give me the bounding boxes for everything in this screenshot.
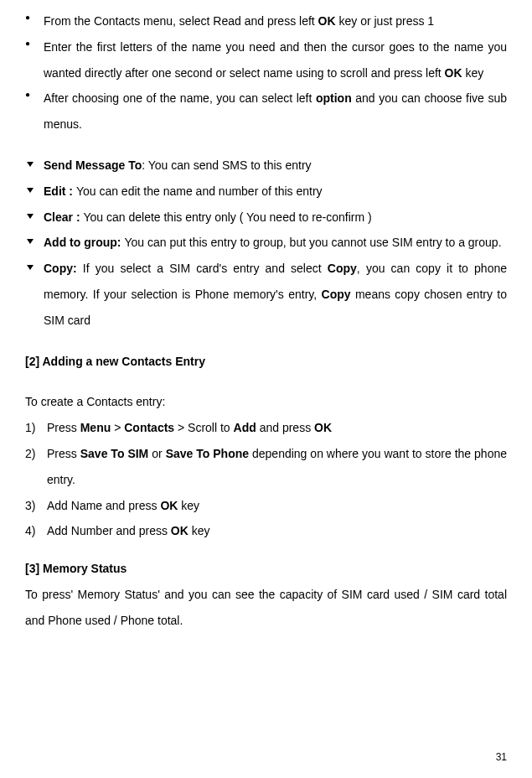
arrow-item: Send Message To: You can send SMS to thi… [25, 153, 507, 179]
text: Press [47, 421, 80, 434]
step-number: 3) [25, 493, 35, 519]
text: From the Contacts menu, select Read and … [44, 14, 318, 28]
step-number: 4) [25, 518, 35, 544]
bold-text: Edit : [44, 184, 76, 198]
text: : You can send SMS to this entry [142, 158, 311, 172]
step-item: 2) Press Save To SIM or Save To Phone de… [25, 441, 507, 493]
bold-text: Clear : [44, 210, 83, 224]
arrow-item: Edit : You can edit the name and number … [25, 179, 507, 205]
submenu-list: Send Message To: You can send SMS to thi… [25, 153, 507, 334]
text: key or just press 1 [336, 14, 435, 28]
bold-text: Copy [322, 288, 351, 301]
bold-text: Contacts [124, 421, 174, 434]
text: You can edit the name and number of this… [76, 184, 323, 198]
text: > Scroll to [174, 421, 233, 434]
bold-text: Save To SIM [80, 447, 149, 460]
step-item: 4) Add Number and press OK key [25, 518, 507, 544]
text: Press [47, 447, 80, 460]
add-contact-steps: 1) Press Menu > Contacts > Scroll to Add… [25, 415, 507, 544]
bold-text: OK [160, 499, 178, 512]
text: Enter the first letters of the name you … [44, 40, 507, 80]
bold-text: option [316, 91, 352, 105]
bold-text: Send Message To [44, 158, 142, 172]
arrow-item: Add to group: You can put this entry to … [25, 230, 507, 256]
text: or [148, 447, 165, 460]
bullet-item: After choosing one of the name, you can … [25, 86, 507, 137]
bold-text: Copy: [44, 262, 83, 275]
bold-text: OK [171, 524, 189, 537]
text: Add Name and press [47, 499, 160, 512]
bold-text: Add [234, 421, 256, 434]
contacts-read-list: From the Contacts menu, select Read and … [25, 8, 507, 137]
arrow-item: Copy: If you select a SIM card's entry a… [25, 256, 507, 333]
section-2-intro: To create a Contacts entry: [25, 389, 507, 415]
text: You can put this entry to group, but you… [124, 236, 501, 249]
bullet-item: From the Contacts menu, select Read and … [25, 8, 507, 34]
text: key [462, 66, 484, 80]
text: key [189, 524, 210, 537]
section-3-heading: [3] Memory Status [25, 556, 507, 582]
text: If you select a SIM card's entry and sel… [83, 262, 328, 275]
bold-text: Add to group: [44, 236, 124, 249]
bold-text: OK [318, 14, 336, 28]
bullet-item: Enter the first letters of the name you … [25, 34, 507, 86]
bold-text: Save To Phone [166, 447, 249, 460]
step-item: 3) Add Name and press OK key [25, 493, 507, 519]
text: > [111, 421, 124, 434]
bold-text: OK [314, 421, 332, 434]
text: and press [256, 421, 314, 434]
section-3-body: To press' Memory Status' and you can see… [25, 582, 507, 634]
step-number: 2) [25, 441, 35, 467]
step-item: 1) Press Menu > Contacts > Scroll to Add… [25, 415, 507, 441]
text: After choosing one of the name, you can … [44, 91, 316, 105]
page-number: 31 [496, 746, 507, 768]
text: Add Number and press [47, 524, 171, 537]
bold-text: Copy [328, 262, 357, 275]
text: You can delete this entry only ( You nee… [83, 210, 371, 224]
bold-text: OK [445, 66, 462, 80]
arrow-item: Clear : You can delete this entry only (… [25, 205, 507, 231]
section-2-heading: [2] Adding a new Contacts Entry [25, 349, 507, 375]
text: key [178, 499, 199, 512]
step-number: 1) [25, 415, 35, 441]
bold-text: Menu [80, 421, 111, 434]
